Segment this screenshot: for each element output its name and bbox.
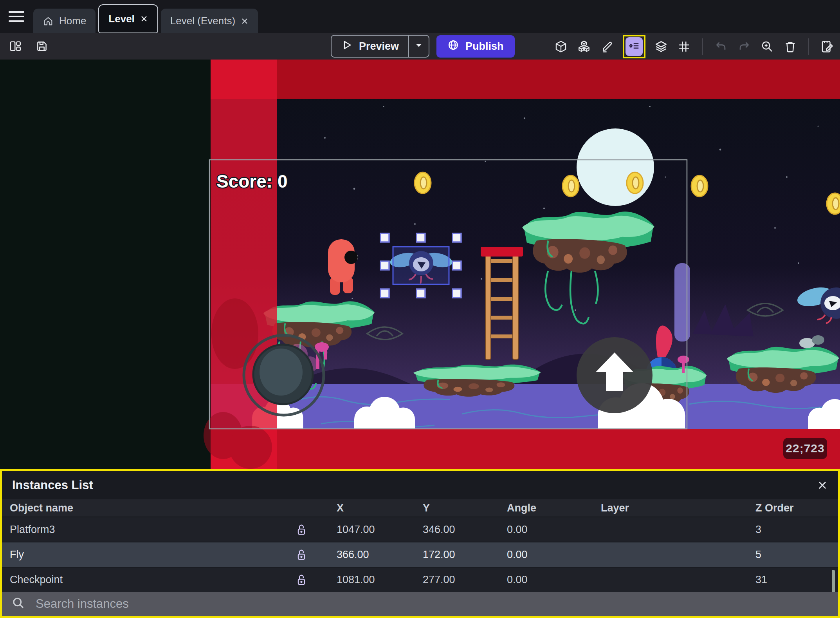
table-row[interactable]: Checkpoint 1081.00 277.00 0.00 31 — [2, 567, 838, 592]
redo-icon[interactable] — [737, 39, 752, 54]
instance-zorder[interactable]: 31 — [738, 574, 838, 586]
tab-label: Home — [59, 15, 86, 27]
score-text-object[interactable]: Score: 0 — [216, 171, 288, 192]
zoom-in-icon[interactable] — [760, 39, 775, 54]
coin-sprite[interactable] — [691, 175, 708, 197]
scene-properties-icon[interactable] — [820, 39, 835, 54]
column-header: Layer — [583, 502, 738, 514]
instance-name: Platform3 — [2, 524, 284, 536]
instance-y[interactable]: 172.00 — [405, 549, 489, 561]
unlock-icon[interactable] — [284, 574, 319, 585]
tab-home[interactable]: Home — [33, 9, 96, 33]
game-scene-svg[interactable]: Score: 0 — [0, 60, 840, 472]
instance-angle[interactable]: 0.00 — [489, 549, 583, 561]
column-header: Y — [405, 502, 489, 514]
objects-cube-icon[interactable] — [553, 39, 568, 54]
jump-button-sprite[interactable] — [577, 337, 653, 413]
undo-icon[interactable] — [714, 39, 728, 54]
column-header: Object name — [2, 502, 284, 514]
instance-x[interactable]: 366.00 — [319, 549, 405, 561]
panel-title: Instances List — [12, 478, 93, 492]
scene-editor-canvas[interactable]: Score: 0 22;723 — [0, 60, 840, 472]
instance-x[interactable]: 1081.00 — [319, 574, 405, 586]
hamburger-menu-icon[interactable] — [9, 11, 24, 22]
tab-bar: Home Level Level (Events) — [0, 0, 840, 33]
preview-button-group: Preview — [331, 35, 429, 58]
object-groups-icon[interactable] — [577, 39, 591, 54]
tab-level[interactable]: Level — [98, 4, 158, 33]
table-row[interactable]: Platform3 1047.00 346.00 0.00 3 — [2, 517, 838, 542]
instances-table-header: Object name X Y Angle Layer Z Order — [2, 499, 838, 517]
tab-label: Level — [108, 13, 135, 25]
instance-angle[interactable]: 0.00 — [489, 574, 583, 586]
column-header: X — [319, 502, 405, 514]
instance-zorder[interactable]: 3 — [738, 524, 838, 536]
tab-level-events[interactable]: Level (Events) — [161, 9, 258, 33]
column-header: Angle — [489, 502, 583, 514]
toolbar-separator — [808, 38, 809, 55]
waterfall — [674, 263, 690, 342]
cursor-coordinates-badge: 22;723 — [783, 438, 827, 459]
tab-label: Level (Events) — [170, 15, 235, 27]
trash-icon[interactable] — [783, 39, 798, 54]
unlock-icon[interactable] — [284, 549, 319, 560]
editor-toolbar: Preview Publish — [0, 33, 840, 60]
column-header: Z Order — [738, 502, 838, 514]
coin-sprite[interactable] — [627, 172, 643, 193]
coin-sprite[interactable] — [562, 175, 579, 197]
publish-button[interactable]: Publish — [436, 35, 515, 58]
moon-sprite[interactable] — [577, 128, 654, 206]
preview-label: Preview — [359, 40, 399, 52]
instance-angle[interactable]: 0.00 — [489, 524, 583, 536]
unlock-icon[interactable] — [284, 524, 319, 535]
edit-pencil-icon[interactable] — [600, 39, 615, 54]
search-icon — [12, 597, 25, 611]
instance-name: Fly — [2, 549, 284, 561]
toolbar-separator — [702, 38, 703, 55]
close-icon[interactable] — [140, 15, 148, 23]
table-row-selected[interactable]: Fly 366.00 172.00 0.00 5 — [2, 542, 838, 567]
instance-y[interactable]: 346.00 — [405, 524, 489, 536]
coin-sprite[interactable] — [415, 172, 431, 193]
save-icon[interactable] — [34, 39, 49, 54]
search-instances-input[interactable] — [35, 596, 838, 611]
caret-down-icon — [415, 41, 423, 51]
instances-list-panel: Instances List Object name X Y Angle Lay… — [0, 469, 840, 618]
bottom-red-band — [211, 429, 840, 472]
close-icon[interactable] — [241, 17, 249, 25]
home-icon — [43, 16, 54, 27]
play-icon — [341, 39, 353, 54]
close-icon[interactable] — [817, 480, 828, 491]
preview-button[interactable]: Preview — [332, 36, 408, 57]
layers-icon[interactable] — [654, 39, 669, 54]
instances-list-toggle-highlighted[interactable] — [623, 35, 645, 58]
coin-sprite[interactable] — [827, 193, 840, 214]
top-red-band — [211, 60, 840, 99]
publish-label: Publish — [465, 40, 504, 52]
globe-icon — [447, 39, 459, 54]
instance-y[interactable]: 277.00 — [405, 574, 489, 586]
panels-layout-icon[interactable] — [8, 39, 23, 54]
preview-options-button[interactable] — [408, 36, 429, 57]
joystick-control-sprite[interactable] — [244, 335, 324, 415]
instance-x[interactable]: 1047.00 — [319, 524, 405, 536]
instance-name: Checkpoint — [2, 574, 284, 586]
grid-icon[interactable] — [677, 39, 692, 54]
selection-marquee — [393, 247, 449, 284]
instances-list-icon — [628, 40, 640, 53]
instance-zorder[interactable]: 5 — [738, 549, 838, 561]
